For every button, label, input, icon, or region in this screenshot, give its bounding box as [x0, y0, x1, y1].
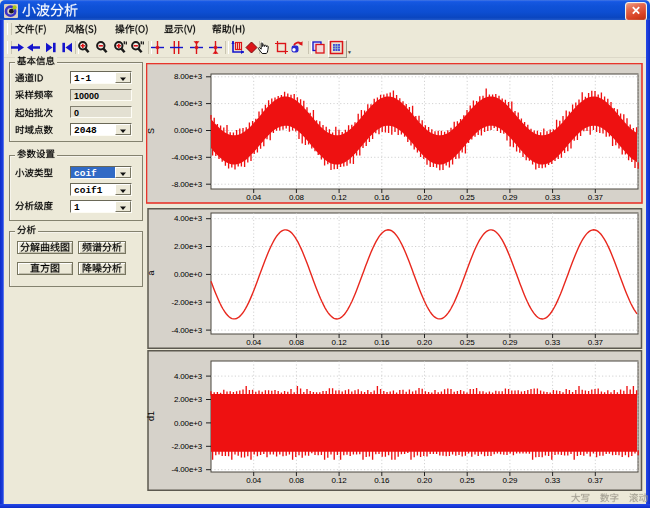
svg-text:-2.00e+3: -2.00e+3: [171, 298, 202, 307]
svg-text:0.04: 0.04: [246, 476, 262, 485]
svg-text:8.00e+3: 8.00e+3: [174, 72, 203, 81]
svg-text:0.20: 0.20: [417, 338, 433, 347]
svg-text:0.04: 0.04: [246, 193, 262, 202]
svg-text:-4.00e+3: -4.00e+3: [171, 326, 202, 335]
svg-text:-2.00e+3: -2.00e+3: [171, 442, 202, 451]
svg-text:0.00e+0: 0.00e+0: [174, 270, 203, 279]
svg-text:a: a: [146, 270, 156, 275]
svg-text:0.20: 0.20: [417, 476, 433, 485]
svg-text:d1: d1: [146, 411, 156, 421]
svg-text:4.00e+3: 4.00e+3: [174, 99, 203, 108]
svg-text:0.33: 0.33: [545, 193, 561, 202]
svg-text:-4.00e+3: -4.00e+3: [171, 465, 202, 474]
svg-text:-4.00e+3: -4.00e+3: [171, 153, 202, 162]
svg-text:0.04: 0.04: [246, 338, 262, 347]
svg-text:0.29: 0.29: [502, 476, 518, 485]
svg-text:0.08: 0.08: [289, 476, 305, 485]
svg-text:0.16: 0.16: [374, 338, 390, 347]
svg-text:0.29: 0.29: [502, 193, 518, 202]
svg-text:0.25: 0.25: [460, 338, 476, 347]
svg-text:0.20: 0.20: [417, 193, 433, 202]
svg-text:0.37: 0.37: [588, 476, 604, 485]
svg-text:0.12: 0.12: [332, 193, 348, 202]
svg-text:-8.00e+3: -8.00e+3: [171, 180, 202, 189]
svg-text:0.37: 0.37: [588, 193, 604, 202]
svg-text:0.16: 0.16: [374, 193, 390, 202]
svg-text:4.00e+3: 4.00e+3: [174, 214, 203, 223]
svg-text:0.25: 0.25: [460, 476, 476, 485]
svg-text:0.08: 0.08: [289, 338, 305, 347]
svg-text:2.00e+3: 2.00e+3: [174, 242, 203, 251]
svg-text:0.00e+0: 0.00e+0: [174, 419, 203, 428]
svg-text:0.33: 0.33: [545, 338, 561, 347]
svg-text:0.12: 0.12: [332, 338, 348, 347]
svg-text:0.29: 0.29: [502, 338, 518, 347]
svg-text:0.00e+0: 0.00e+0: [174, 126, 203, 135]
svg-text:0.25: 0.25: [460, 193, 476, 202]
svg-text:0.16: 0.16: [374, 476, 390, 485]
svg-text:0.12: 0.12: [332, 476, 348, 485]
svg-text:2.00e+3: 2.00e+3: [174, 395, 203, 404]
svg-text:4.00e+3: 4.00e+3: [174, 372, 203, 381]
svg-text:0.08: 0.08: [289, 193, 305, 202]
svg-text:0.37: 0.37: [588, 338, 604, 347]
svg-text:0.33: 0.33: [545, 476, 561, 485]
svg-text:S: S: [146, 128, 156, 134]
